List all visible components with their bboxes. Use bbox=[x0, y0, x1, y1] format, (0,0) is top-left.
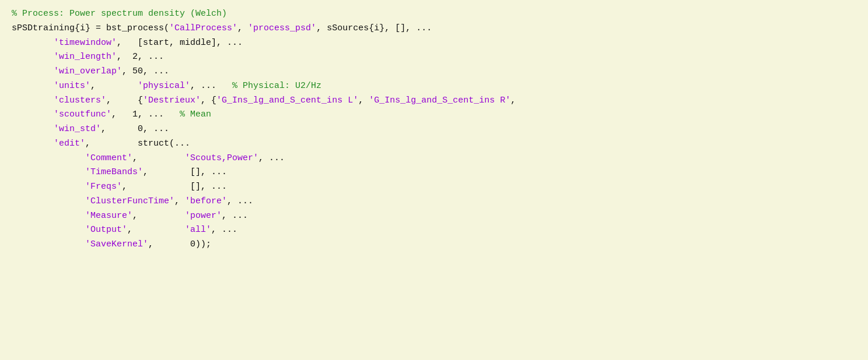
code-text-span: 'Measure' bbox=[85, 211, 132, 221]
code-line: 'Comment', 'Scouts,Power', ... bbox=[12, 151, 856, 166]
code-text-span bbox=[12, 196, 85, 206]
code-text-span: 'CallProcess' bbox=[169, 23, 237, 33]
code-text-span bbox=[12, 139, 54, 149]
code-line: 'win_length', 2, ... bbox=[12, 50, 856, 65]
code-text-span: , sSources{i}, [], ... bbox=[316, 23, 432, 33]
code-text-span: , 2, ... bbox=[117, 52, 164, 62]
code-text-span: , { bbox=[106, 96, 143, 105]
code-text-span bbox=[12, 66, 54, 76]
code-line: 'TimeBands', [], ... bbox=[12, 165, 856, 180]
code-text-span bbox=[12, 96, 54, 105]
code-text-span: 'win_length' bbox=[54, 52, 117, 62]
code-text-span: , struct(... bbox=[85, 139, 190, 149]
code-text-span: , 50, ... bbox=[122, 66, 169, 76]
code-text-span: 'Scouts,Power' bbox=[185, 153, 258, 163]
code-text-span: % Mean bbox=[180, 110, 211, 119]
code-text-span: 'Comment' bbox=[85, 153, 132, 163]
code-line: 'Freqs', [], ... bbox=[12, 180, 856, 195]
code-line: 'edit', struct(... bbox=[12, 137, 856, 151]
code-text-span: , [start, middle], ... bbox=[117, 38, 243, 48]
code-line: 'Measure', 'power', ... bbox=[12, 209, 856, 224]
code-text-span bbox=[12, 225, 85, 235]
code-line: 'win_std', 0, ... bbox=[12, 122, 856, 137]
code-text-span: 'win_overlap' bbox=[54, 66, 122, 76]
code-line: 'win_overlap', 50, ... bbox=[12, 65, 856, 79]
code-text-span: 'power' bbox=[185, 211, 222, 221]
code-text-span: , ... bbox=[190, 81, 232, 91]
code-text-span: 'G_Ins_lg_and_S_cent_ins R' bbox=[369, 96, 510, 105]
code-text-span: 'physical' bbox=[138, 81, 190, 91]
code-line: % Process: Power spectrum density (Welch… bbox=[12, 7, 856, 22]
code-text-span: , bbox=[90, 81, 138, 91]
code-text-span: , ... bbox=[222, 211, 248, 221]
code-line: 'timewindow', [start, middle], ... bbox=[12, 36, 856, 51]
code-text-span: , [], ... bbox=[122, 182, 227, 192]
code-text-span: , 1, ... bbox=[111, 110, 180, 119]
code-editor: % Process: Power spectrum density (Welch… bbox=[0, 0, 868, 360]
code-text-span bbox=[12, 81, 54, 91]
code-text-span bbox=[12, 124, 54, 134]
code-text-span: , bbox=[132, 153, 185, 163]
code-line: 'units', 'physical', ... % Physical: U2/… bbox=[12, 79, 856, 94]
code-text-span: , 0, ... bbox=[101, 124, 169, 134]
code-text-span bbox=[12, 38, 54, 48]
code-text-span: , [], ... bbox=[143, 167, 227, 177]
code-text-span: 'win_std' bbox=[54, 124, 101, 134]
code-text-span bbox=[12, 52, 54, 62]
code-line: sPSDtraining{i} = bst_process('CallProce… bbox=[12, 22, 856, 36]
code-line: 'scoutfunc', 1, ... % Mean bbox=[12, 108, 856, 122]
code-text-span: 'ClusterFuncTime' bbox=[85, 196, 174, 206]
code-text-span: , ... bbox=[258, 153, 285, 163]
code-text-span bbox=[12, 110, 54, 119]
code-text-span bbox=[12, 167, 85, 177]
code-text-span: 'units' bbox=[54, 81, 90, 91]
code-text-span bbox=[12, 239, 85, 249]
code-text-span bbox=[12, 153, 85, 163]
code-text-span: 'clusters' bbox=[54, 96, 106, 105]
code-content: % Process: Power spectrum density (Welch… bbox=[12, 7, 856, 252]
code-text-span: 'before' bbox=[185, 196, 227, 206]
code-text-span: , bbox=[510, 96, 516, 105]
code-text-span bbox=[12, 182, 85, 192]
code-text-span: , 0)); bbox=[148, 239, 211, 249]
code-text-span: 'process_psd' bbox=[248, 23, 316, 33]
code-text-span: 'Freqs' bbox=[85, 182, 122, 192]
code-text-span: 'scoutfunc' bbox=[54, 110, 111, 119]
code-text-span: 'all' bbox=[185, 225, 211, 235]
code-text-span: , ... bbox=[227, 196, 253, 206]
code-text-span: % Physical: U2/Hz bbox=[232, 81, 321, 91]
code-line: 'SaveKernel', 0)); bbox=[12, 238, 856, 252]
code-text-span: , { bbox=[201, 96, 216, 105]
code-line: 'ClusterFuncTime', 'before', ... bbox=[12, 195, 856, 209]
code-text-span: 'SaveKernel' bbox=[85, 239, 148, 249]
code-text-span: , bbox=[358, 96, 369, 105]
code-text-span: 'timewindow' bbox=[54, 38, 117, 48]
code-text-span: sPSDtraining{i} = bst_process( bbox=[12, 23, 169, 33]
code-text-span: 'Destrieux' bbox=[143, 96, 201, 105]
code-text-span: , bbox=[132, 211, 185, 221]
code-text-span: , bbox=[237, 23, 248, 33]
code-text-span: , bbox=[127, 225, 185, 235]
code-line: 'Output', 'all', ... bbox=[12, 223, 856, 238]
code-line: 'clusters', {'Destrieux', {'G_Ins_lg_and… bbox=[12, 94, 856, 108]
code-text-span: , ... bbox=[211, 225, 237, 235]
code-text-span: 'G_Ins_lg_and_S_cent_ins L' bbox=[216, 96, 358, 105]
code-text-span: , bbox=[174, 196, 185, 206]
code-text-span: 'TimeBands' bbox=[85, 167, 143, 177]
code-text-span: 'Output' bbox=[85, 225, 127, 235]
code-text-span: % Process: Power spectrum density (Welch… bbox=[12, 9, 227, 19]
code-text-span: 'edit' bbox=[54, 139, 85, 149]
code-text-span bbox=[12, 211, 85, 221]
